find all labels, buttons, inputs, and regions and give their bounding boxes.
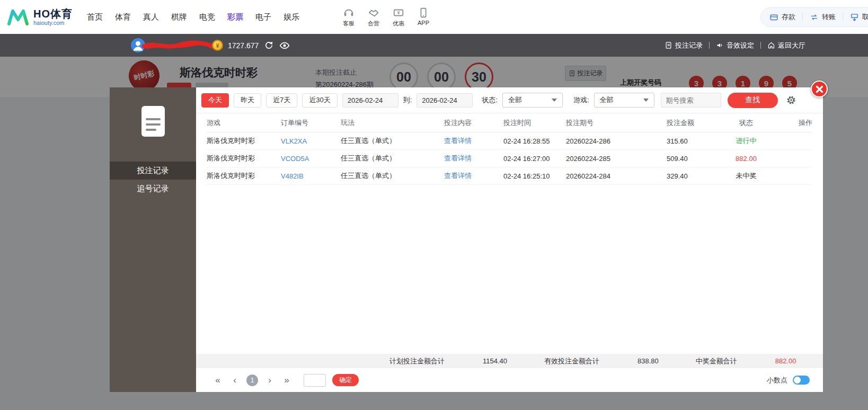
col-header-status: 状态 (712, 118, 781, 128)
game-select[interactable]: 全部 (594, 93, 654, 108)
cell-period: 20260224-285 (566, 155, 661, 163)
bet-records-link[interactable]: 投注记录 (665, 41, 703, 50)
last-page-button[interactable]: » (278, 375, 295, 386)
sound-icon (716, 41, 724, 49)
cell-time: 02-24 16:25:10 (503, 172, 566, 180)
deposit-icon (769, 13, 778, 22)
range-today-button[interactable]: 今天 (201, 93, 229, 108)
transfer-button[interactable]: 转账 (810, 12, 836, 22)
phone-icon (418, 7, 429, 19)
withdraw-button[interactable]: 取款 (850, 12, 868, 22)
brand-domain: haiouty.com (33, 20, 73, 26)
page-number-current[interactable]: 1 (246, 375, 258, 386)
home-icon (767, 41, 775, 49)
order-id-link[interactable]: VCOD5A (281, 155, 341, 163)
cell-game: 斯洛伐克时时彩 (207, 154, 281, 163)
nav-item-lottery[interactable]: 彩票 (227, 12, 243, 22)
deposit-button[interactable]: 存款 (769, 12, 795, 22)
app-download-button[interactable]: APP (415, 7, 431, 28)
divider (760, 42, 761, 49)
game-label: 游戏: (573, 95, 589, 105)
cell-game: 斯洛伐克时时彩 (207, 136, 281, 146)
customer-service-button[interactable]: 客服 (341, 7, 357, 28)
settings-button[interactable] (786, 95, 796, 105)
bet-records-modal: 投注记录 追号记录 今天 昨天 近7天 近30天 到: 状态: (110, 87, 823, 392)
pagination-bar: « ‹ 1 › » 确定 小数点 (196, 368, 823, 392)
chevron-down-icon (643, 99, 649, 102)
page-jump-confirm-button[interactable]: 确定 (332, 374, 359, 386)
headset-icon (343, 7, 355, 19)
account-bar-links: 投注记录 音效设定 返回大厅 (665, 41, 805, 50)
username-redaction-scribble (142, 40, 215, 51)
table-row: 斯洛伐克时时彩 VCOD5A 任三直选（单式） 查看详情 02-24 16:27… (207, 150, 812, 167)
transfer-icon (810, 13, 819, 22)
withdraw-icon (850, 13, 859, 22)
nav-item-chess[interactable]: 棋牌 (171, 12, 187, 22)
sound-settings-label: 音效设定 (727, 41, 754, 50)
nav-item-live[interactable]: 真人 (143, 12, 159, 22)
order-id-link[interactable]: VLK2XA (281, 137, 341, 145)
table-row: 斯洛伐克时时彩 VLK2XA 任三直选（单式） 查看详情 02-24 16:28… (207, 132, 812, 150)
range-30days-button[interactable]: 近30天 (302, 93, 337, 108)
partnership-button[interactable]: 合营 (366, 7, 382, 28)
range-7days-button[interactable]: 近7天 (266, 93, 297, 108)
toggle-knob (794, 377, 801, 384)
date-to-input[interactable] (417, 93, 473, 108)
table-header-row: 游戏 订单编号 玩法 投注内容 投注时间 投注期号 投注金额 状态 操作 (207, 113, 812, 132)
brand-name: HO体育 (33, 8, 73, 20)
summary-row: 计划投注金额合计 1154.40 有效投注金额合计 838.80 中奖金额合计 … (196, 354, 823, 368)
brand-logo-icon (7, 8, 29, 26)
status-badge: 进行中 (712, 136, 781, 146)
range-yesterday-button[interactable]: 昨天 (234, 93, 261, 108)
filter-bar: 今天 昨天 近7天 近30天 到: 状态: 全部 游戏: 全部 查找 (196, 87, 823, 113)
back-to-lobby-link[interactable]: 返回大厅 (767, 41, 805, 50)
nav-item-slots[interactable]: 电子 (255, 12, 271, 22)
sidebar-item-bet-records[interactable]: 投注记录 (110, 162, 196, 180)
page-jump-input[interactable] (304, 374, 326, 387)
divider (709, 42, 710, 49)
cell-time: 02-24 16:28:55 (503, 137, 566, 145)
view-details-link[interactable]: 查看详情 (444, 171, 503, 181)
divider (843, 13, 843, 21)
col-header-period: 投注期号 (566, 118, 661, 128)
nav-item-home[interactable]: 首页 (87, 12, 103, 22)
sidebar-item-chase-records[interactable]: 追号记录 (110, 180, 196, 198)
quick-icon-label: 合营 (368, 20, 379, 28)
first-page-button[interactable]: « (209, 375, 226, 386)
win-total-value: 882.00 (775, 357, 796, 365)
view-details-link[interactable]: 查看详情 (444, 154, 503, 163)
nav-item-esports[interactable]: 电竞 (199, 12, 215, 22)
status-select[interactable]: 全部 (502, 93, 563, 108)
col-header-amount: 投注金额 (661, 118, 712, 128)
view-details-link[interactable]: 查看详情 (444, 136, 503, 146)
planned-total-value: 1154.40 (483, 357, 507, 365)
prev-page-button[interactable]: ‹ (226, 375, 243, 386)
period-search-input[interactable] (661, 93, 721, 108)
find-button[interactable]: 查找 (728, 93, 778, 108)
planned-total-label: 计划投注金额合计 (389, 356, 445, 366)
order-id-link[interactable]: V482IB (281, 172, 341, 180)
date-from-input[interactable] (342, 93, 398, 108)
refresh-balance-button[interactable] (264, 41, 273, 50)
sound-settings-link[interactable]: 音效设定 (716, 41, 754, 50)
next-page-button[interactable]: › (261, 375, 278, 386)
top-nav: HO体育 haiouty.com 首页 体育 真人 棋牌 电竞 彩票 电子 娱乐… (0, 0, 868, 34)
gear-icon (786, 95, 796, 105)
main-nav: 首页 体育 真人 棋牌 电竞 彩票 电子 娱乐 (87, 12, 299, 22)
brand-logo[interactable]: HO体育 haiouty.com (7, 8, 85, 26)
records-table: 游戏 订单编号 玩法 投注内容 投注时间 投注期号 投注金额 状态 操作 斯洛伐… (196, 113, 823, 185)
quick-icon-label: 客服 (343, 20, 355, 28)
eye-icon (279, 40, 290, 51)
coupon-icon: ¥ (393, 7, 404, 19)
document-icon (136, 104, 170, 140)
nav-item-sports[interactable]: 体育 (115, 12, 131, 22)
hide-balance-button[interactable] (279, 40, 290, 51)
divider (802, 13, 803, 21)
close-button[interactable] (811, 81, 828, 97)
promotions-button[interactable]: ¥ 优惠 (391, 7, 406, 28)
decimal-toggle[interactable] (793, 376, 810, 385)
nav-item-entertainment[interactable]: 娱乐 (284, 12, 299, 22)
col-header-order: 订单编号 (281, 118, 341, 128)
valid-total-value: 838.80 (637, 357, 659, 365)
status-select-value: 全部 (508, 95, 522, 105)
